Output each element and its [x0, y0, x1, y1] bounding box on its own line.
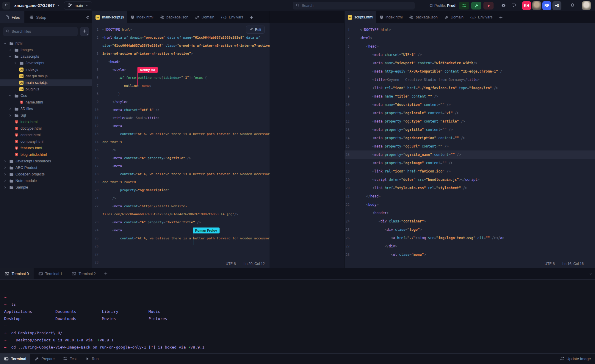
tree-item-contact-html[interactable]: 5contact.html [0, 132, 92, 138]
user-avatar[interactable] [582, 1, 591, 10]
line-content: <meta name="viewport" content="width=dev… [360, 59, 595, 67]
code-line-11: 11 <meta property="og:locale" content="v… [345, 109, 595, 117]
line-number: 18 [345, 167, 353, 175]
right-editor-tab-index-html[interactable]: 5index.html [376, 11, 406, 23]
tree-item-label: plugin.js [26, 87, 39, 91]
file-search-input[interactable] [12, 29, 75, 34]
right-editor-tab-scripts-html[interactable]: JSscripts.html [345, 11, 376, 23]
line-content: inter-n6-active wf-inter-n4-active wf-ac… [102, 50, 270, 58]
sidebar-tab-files[interactable]: Files [0, 11, 24, 23]
tree-item-features-html[interactable]: 5features.html [0, 145, 92, 151]
tree-item-abc-product[interactable]: ABC-Product [0, 164, 92, 171]
line-content: <a href="./"><img src="img/logo-text.svg… [360, 234, 595, 242]
tree-item-sql[interactable]: Sql [0, 112, 92, 119]
tree-item-images[interactable]: Images [0, 47, 92, 53]
terminal-body[interactable]: ~→ lsApplications Documents Library Musi… [0, 280, 595, 353]
notifications-bell-icon[interactable] [570, 3, 575, 9]
tree-item-dat-gui-min-js[interactable]: JSdat.gui.min.js [0, 73, 92, 79]
tree-item-note-module[interactable]: Note-module [0, 178, 92, 184]
hammer-icon [35, 357, 39, 361]
tree-item-css[interactable]: Css [0, 92, 92, 99]
tree-item-name-html[interactable]: 5name.html [0, 99, 92, 106]
avatar-photo[interactable] [532, 1, 541, 10]
code-line-8: 8 <link rel="icon" href="./img/favicon.i… [345, 84, 595, 92]
bottombar-run-button[interactable]: Run [81, 354, 103, 364]
branch-selector[interactable]: main [64, 1, 92, 10]
code-area-middle[interactable]: 1<!DOCTYPE html>2<html data-wf-domain="w… [92, 23, 270, 266]
right-editor-new-tab-button[interactable] [496, 11, 506, 23]
code-area-right[interactable]: 1<!DOCTYPE html>2<html>3 <head>4 <meta c… [345, 23, 595, 259]
update-image-button[interactable]: Update Image [560, 356, 591, 362]
tab-label: Env vars [478, 15, 493, 19]
tree-item-blog-article-html[interactable]: 5blog-article.html [0, 151, 92, 158]
tree-item-javascripts[interactable]: Javascripts [0, 53, 92, 60]
collapse-sidebar-button[interactable] [83, 11, 92, 23]
checklist-icon [63, 357, 68, 361]
debug-icon[interactable] [500, 2, 507, 10]
tree-item-3d-files[interactable]: 3D files [0, 106, 92, 112]
middle-editor-new-tab-button[interactable] [247, 11, 257, 23]
tree-item-main-script-js[interactable]: JSmain-script.js [0, 79, 92, 86]
code-line-5: 5 <meta name="viewport" content="width=d… [345, 59, 595, 67]
tree-item-codepen-projects[interactable]: Codepen projects [0, 171, 92, 178]
middle-editor-tab-env-vars[interactable]: {x}Env vars [217, 11, 247, 23]
line-content: </div> [360, 242, 595, 250]
middle-editor-tab-domain[interactable]: Domain [192, 11, 217, 23]
folder-icon [9, 172, 14, 177]
bottombar-test-button[interactable]: Test [59, 354, 81, 364]
avatar-kh[interactable]: KH [522, 1, 531, 10]
add-file-button[interactable] [80, 27, 89, 36]
global-search-input[interactable] [302, 4, 412, 8]
checklist-button[interactable] [459, 2, 469, 10]
edit-button[interactable]: Edit [246, 26, 265, 34]
right-editor-tab-package-json[interactable]: package.json [406, 11, 441, 23]
tree-item-javascripts[interactable]: Javascripts [0, 60, 92, 66]
folder-icon [14, 113, 19, 118]
line-number: 14 [345, 134, 353, 142]
line-number: 23 [92, 218, 102, 226]
tree-item-javascript-resources[interactable]: Javascript Resources [0, 158, 92, 164]
editor-middle[interactable]: Edit 1<!DOCTYPE html>2<html data-wf-doma… [92, 23, 270, 268]
chevron-right-icon [3, 179, 7, 182]
code-line-11: 11 <title>Wabi Soul</title> [92, 114, 270, 122]
editor-right[interactable]: 1<!DOCTYPE html>2<html>3 <head>4 <meta c… [345, 23, 595, 268]
tree-item-label: dat.gui.min.js [26, 74, 48, 78]
right-editor-tab-env-vars[interactable]: {x}Env vars [467, 11, 496, 23]
terminal-tab-terminal-0[interactable]: Terminal 0 [0, 268, 34, 279]
line-content: .wf-force-Kenny Hooutline-none[tabindex=… [102, 74, 270, 82]
bottombar-prepare-button[interactable]: Prepare [30, 354, 59, 364]
play-button[interactable] [483, 2, 494, 10]
terminal-collapse-button[interactable] [589, 268, 592, 280]
chevron-right-icon [8, 114, 12, 117]
terminal-tab-terminal-2[interactable]: Terminal 2 [67, 268, 101, 279]
tab-label: index.html [137, 15, 154, 19]
middle-editor-tab-main-script-js[interactable]: JSmain-script.js [92, 11, 127, 23]
workspace-dropdown[interactable]: xmas-game-27GJS67 [14, 3, 60, 8]
tree-item-sample[interactable]: Sample [0, 184, 92, 191]
avatar-8[interactable]: +8 [552, 1, 561, 10]
middle-editor-tab-index-html[interactable]: 5index.html [127, 11, 157, 23]
bottombar-terminal-button[interactable]: Terminal [0, 354, 30, 364]
tree-item-index-js[interactable]: JSindex.js [0, 66, 92, 73]
tree-item-company-html[interactable]: 5company.html [0, 138, 92, 145]
tab-label: Domain [451, 15, 464, 19]
line-number: 20 [345, 184, 353, 192]
avatar-rf[interactable]: RF [542, 1, 551, 10]
hammer-button[interactable] [471, 2, 481, 10]
tree-item-index-html[interactable]: 5index.html [0, 119, 92, 125]
tree-item-doctype-html[interactable]: 5doctype.html [0, 125, 92, 132]
tree-item-html[interactable]: html [0, 40, 92, 47]
line-content [102, 250, 270, 258]
line-number: 28 [345, 250, 353, 259]
middle-editor-tab-package-json[interactable]: package.json [157, 11, 192, 23]
code-line-7: 7 outline: none; [92, 82, 270, 90]
sidebar-tab-setup[interactable]: Setup [24, 11, 51, 23]
back-button[interactable] [2, 2, 10, 10]
preview-monitor-icon[interactable] [510, 2, 517, 10]
tree-item-plugin-js[interactable]: JSplugin.js [0, 86, 92, 92]
file-search [3, 27, 78, 36]
terminal-new-tab-button[interactable] [101, 272, 111, 276]
terminal-tab-terminal-1[interactable]: Terminal 1 [34, 268, 67, 279]
right-editor-tab-domain[interactable]: Domain [441, 11, 467, 23]
line-content: <head> [360, 42, 595, 51]
